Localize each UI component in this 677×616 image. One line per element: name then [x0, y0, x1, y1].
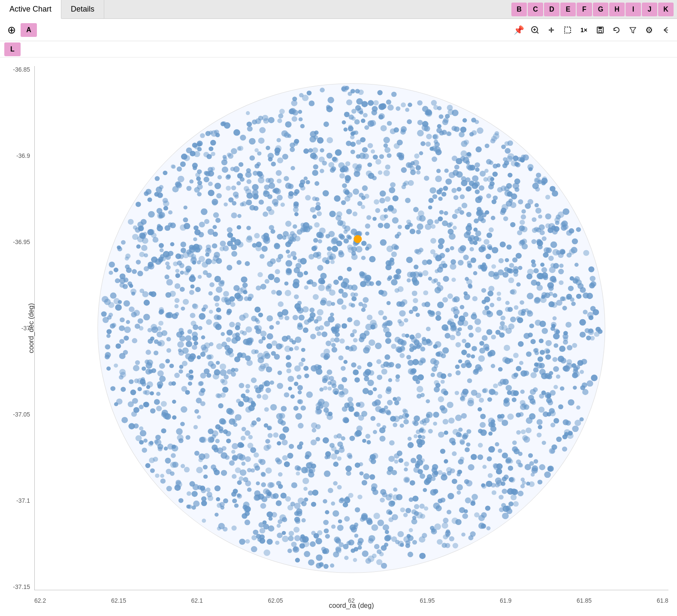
- data-dot[interactable]: [220, 241, 226, 247]
- data-dot[interactable]: [435, 287, 441, 293]
- data-dot[interactable]: [497, 416, 503, 422]
- data-dot[interactable]: [124, 300, 130, 307]
- data-dot[interactable]: [227, 309, 232, 314]
- data-dot[interactable]: [389, 187, 395, 193]
- data-dot[interactable]: [379, 154, 384, 159]
- data-dot[interactable]: [300, 124, 305, 128]
- data-dot[interactable]: [468, 325, 473, 330]
- data-dot[interactable]: [367, 314, 373, 320]
- data-dot[interactable]: [465, 225, 472, 231]
- data-dot[interactable]: [187, 504, 192, 509]
- data-dot[interactable]: [269, 516, 273, 520]
- data-dot[interactable]: [178, 498, 184, 503]
- data-dot[interactable]: [298, 390, 302, 394]
- data-dot[interactable]: [559, 249, 565, 254]
- data-dot[interactable]: [397, 531, 404, 537]
- data-dot[interactable]: [432, 366, 437, 372]
- data-dot[interactable]: [490, 139, 496, 144]
- data-dot[interactable]: [295, 413, 302, 420]
- data-dot[interactable]: [403, 513, 408, 517]
- data-dot[interactable]: [455, 391, 459, 395]
- data-dot[interactable]: [196, 467, 202, 473]
- data-dot[interactable]: [272, 189, 277, 193]
- data-dot[interactable]: [257, 162, 261, 166]
- data-dot[interactable]: [426, 339, 431, 344]
- data-dot[interactable]: [357, 541, 363, 546]
- data-dot[interactable]: [498, 269, 504, 275]
- data-dot[interactable]: [396, 269, 402, 274]
- data-dot[interactable]: [281, 202, 285, 207]
- scatter-plot[interactable]: [34, 66, 668, 590]
- data-dot[interactable]: [528, 453, 533, 458]
- data-dot[interactable]: [355, 507, 360, 512]
- data-dot[interactable]: [445, 248, 450, 253]
- data-dot[interactable]: [139, 405, 144, 409]
- data-dot[interactable]: [334, 195, 340, 202]
- data-dot[interactable]: [586, 335, 591, 340]
- data-dot[interactable]: [137, 271, 143, 276]
- data-dot[interactable]: [215, 276, 221, 282]
- data-dot[interactable]: [535, 208, 541, 214]
- data-dot[interactable]: [407, 119, 412, 124]
- data-dot[interactable]: [188, 375, 193, 380]
- data-dot[interactable]: [348, 126, 354, 132]
- data-dot[interactable]: [226, 186, 231, 191]
- data-dot[interactable]: [465, 498, 471, 504]
- data-dot[interactable]: [481, 512, 487, 518]
- data-dot[interactable]: [545, 354, 551, 360]
- data-dot[interactable]: [315, 437, 320, 441]
- data-dot[interactable]: [254, 463, 259, 468]
- data-dot[interactable]: [138, 318, 143, 324]
- data-dot[interactable]: [246, 179, 251, 184]
- data-dot[interactable]: [229, 296, 235, 302]
- data-dot[interactable]: [426, 134, 432, 139]
- data-dot[interactable]: [366, 434, 371, 438]
- data-dot[interactable]: [548, 301, 554, 307]
- data-dot[interactable]: [486, 526, 490, 531]
- data-dot[interactable]: [417, 120, 423, 125]
- data-dot[interactable]: [260, 503, 266, 509]
- data-dot[interactable]: [254, 453, 259, 458]
- data-dot[interactable]: [390, 182, 396, 187]
- data-dot[interactable]: [308, 559, 314, 565]
- data-dot[interactable]: [367, 362, 373, 367]
- data-dot[interactable]: [372, 176, 377, 181]
- data-dot[interactable]: [447, 510, 451, 514]
- data-dot[interactable]: [438, 498, 442, 503]
- data-dot[interactable]: [199, 390, 205, 396]
- data-dot[interactable]: [150, 408, 156, 414]
- data-dot[interactable]: [175, 298, 180, 303]
- data-dot[interactable]: [245, 519, 251, 525]
- data-dot[interactable]: [286, 268, 292, 274]
- data-dot[interactable]: [449, 536, 454, 541]
- data-dot[interactable]: [385, 164, 390, 169]
- data-dot[interactable]: [384, 354, 390, 360]
- data-dot[interactable]: [419, 215, 426, 222]
- data-dot[interactable]: [514, 372, 518, 377]
- data-dot[interactable]: [400, 507, 405, 512]
- data-dot[interactable]: [241, 393, 245, 398]
- data-dot[interactable]: [251, 377, 257, 383]
- data-dot[interactable]: [161, 429, 166, 434]
- data-dot[interactable]: [125, 254, 130, 259]
- data-dot[interactable]: [316, 316, 322, 321]
- data-dot[interactable]: [545, 195, 550, 199]
- data-dot[interactable]: [550, 423, 555, 427]
- data-dot[interactable]: [508, 140, 513, 146]
- data-dot[interactable]: [331, 343, 336, 347]
- data-dot[interactable]: [338, 519, 342, 523]
- data-dot[interactable]: [177, 166, 182, 172]
- data-dot[interactable]: [316, 554, 323, 561]
- data-dot[interactable]: [293, 282, 299, 288]
- data-dot[interactable]: [452, 298, 457, 302]
- data-dot[interactable]: [159, 185, 164, 189]
- data-dot[interactable]: [545, 340, 552, 346]
- pin-button[interactable]: 📌: [511, 23, 526, 37]
- data-dot[interactable]: [261, 246, 268, 252]
- data-dot[interactable]: [154, 339, 159, 344]
- data-dot[interactable]: [511, 289, 517, 295]
- data-dot[interactable]: [258, 522, 264, 528]
- data-dot[interactable]: [420, 504, 425, 509]
- data-dot[interactable]: [351, 296, 357, 302]
- data-dot[interactable]: [410, 369, 416, 375]
